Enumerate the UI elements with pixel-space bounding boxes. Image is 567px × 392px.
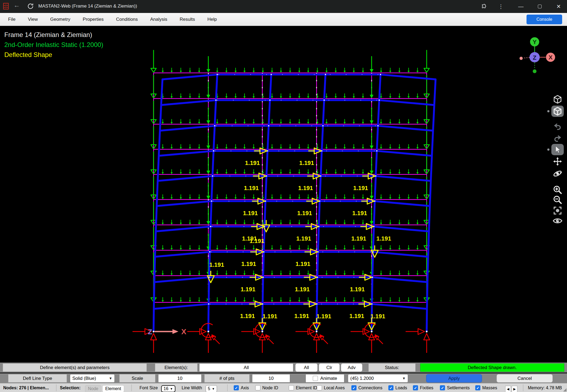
chevron-down-icon: ▼ (402, 376, 406, 380)
line-width-value: 5 (208, 386, 210, 391)
solid-cube-icon[interactable] (551, 106, 564, 117)
define-elements-button[interactable]: Define element(s) and parameters (3, 363, 147, 372)
menu-properties[interactable]: Properties (83, 17, 104, 22)
toggle-element-id[interactable]: Element ID (289, 385, 317, 390)
checkbox-icon[interactable]: ✓ (413, 385, 418, 390)
menu-file[interactable]: File (8, 17, 15, 22)
checkbox-icon[interactable]: ✓ (440, 385, 445, 390)
toggle-settlements[interactable]: ✓Settlements (440, 385, 470, 390)
svg-text:1.191: 1.191 (376, 235, 391, 242)
svg-text:1.191: 1.191 (240, 313, 255, 319)
animate-checkbox[interactable]: Animate (305, 374, 344, 383)
toggle-loads[interactable]: ✓Loads (388, 385, 407, 390)
back-arrow-icon[interactable]: ← (13, 1, 20, 9)
svg-text:1.191: 1.191 (244, 185, 259, 191)
redo-icon[interactable] (551, 133, 564, 144)
svg-text:Z: Z (533, 54, 536, 61)
chevron-down-icon: ▼ (109, 376, 112, 380)
menu-conditions[interactable]: Conditions (116, 17, 138, 22)
menu-view[interactable]: View (28, 17, 38, 22)
defl-line-type-value: Solid (Blue) (72, 376, 96, 381)
svg-text:1.191: 1.191 (316, 313, 331, 320)
scale-input[interactable]: 10 (158, 374, 202, 383)
elements-label: Element(s): (155, 363, 198, 372)
visibility-icon[interactable] (551, 215, 564, 227)
select-node-button[interactable]: Node (85, 385, 101, 392)
svg-text:1.191: 1.191 (351, 235, 366, 242)
status-label: Status: (368, 363, 416, 372)
font-size-select[interactable]: 16▼ (161, 385, 175, 392)
menu-bar: FileViewGeometryPropertiesConditionsAnal… (0, 13, 567, 26)
checkbox-icon[interactable]: ✓ (388, 385, 393, 390)
menu-items: FileViewGeometryPropertiesConditionsAnal… (0, 17, 217, 22)
cancel-button[interactable]: Cancel (497, 374, 553, 383)
nodes-count: Nodes: 276 | Elemen... (3, 383, 49, 392)
svg-text:Y: Y (533, 39, 537, 45)
select-cursor-icon[interactable] (551, 144, 564, 155)
toggle-connections[interactable]: ✓Connections (351, 385, 382, 390)
clr-button[interactable]: Clr (319, 363, 340, 372)
menu-analysis[interactable]: Analysis (150, 17, 167, 22)
elements-input[interactable]: All (199, 363, 293, 372)
app-logo-icon (3, 2, 9, 11)
all-button[interactable]: All (295, 363, 318, 372)
orbit-icon[interactable] (551, 168, 564, 179)
close-button[interactable]: ✕ (552, 0, 565, 13)
console-button[interactable]: Console (527, 15, 562, 24)
toggle-label: Node ID (262, 386, 278, 390)
svg-text:1.191: 1.191 (245, 160, 260, 166)
toggle-label: Masses (482, 386, 497, 390)
apply-button[interactable]: Apply (426, 374, 482, 383)
line-width-select[interactable]: 5▼ (206, 385, 217, 392)
resize-handle[interactable] (563, 388, 566, 391)
toggle-local-axes[interactable]: Local Axes (317, 385, 345, 390)
undo-icon[interactable] (551, 121, 564, 132)
svg-text:1.191: 1.191 (370, 313, 385, 320)
analysis-type-label: 2nd-Order Inelastic Static (1.2000) (4, 40, 103, 50)
svg-text:1.191: 1.191 (350, 286, 365, 293)
checkbox-icon[interactable]: ✓ (351, 385, 357, 390)
window-title: MASTAN2-Web (Frame 14 (Ziemian & Ziemian… (38, 4, 137, 9)
display-panel-row: Defl Line Type Solid (Blue)▼ Scale 10 # … (0, 373, 567, 383)
zoom-fit-icon[interactable] (551, 205, 564, 216)
defl-line-type-label: Defl Line Type (8, 374, 67, 383)
checkbox-icon[interactable]: ✓ (234, 385, 239, 390)
reload-icon[interactable] (27, 3, 34, 11)
select-element-button[interactable]: Element (102, 385, 124, 392)
menu-results[interactable]: Results (180, 17, 195, 22)
svg-text:1.191: 1.191 (352, 210, 367, 217)
toggle-fixities[interactable]: ✓Fixities (413, 385, 433, 390)
defl-line-type-select[interactable]: Solid (Blue)▼ (70, 374, 115, 383)
num-pts-input[interactable]: 10 (252, 374, 290, 383)
zoom-in-icon[interactable] (551, 184, 564, 195)
memory-indicator: Memory: 4.78 MB (528, 383, 562, 392)
pan-icon[interactable] (551, 156, 564, 167)
wireframe-cube-icon[interactable] (551, 94, 564, 105)
increment-select[interactable]: (45) 1.2000▼ (348, 374, 408, 383)
svg-text:1.191: 1.191 (297, 210, 312, 217)
animate-checkbox-box[interactable] (313, 376, 318, 381)
minimize-button[interactable]: — (514, 0, 528, 13)
extensions-icon[interactable] (479, 0, 489, 13)
maximize-button[interactable] (533, 0, 546, 13)
canvas-overlay-text: Frame 14 (Ziemian & Ziemian) 2nd-Order I… (4, 30, 103, 60)
menu-help[interactable]: Help (207, 17, 217, 22)
svg-text:1.191: 1.191 (299, 160, 314, 166)
checkbox-icon[interactable]: ✓ (475, 385, 480, 390)
checkbox-icon[interactable] (289, 385, 294, 390)
toggle-label: Fixities (420, 386, 433, 390)
toggle-axis[interactable]: ✓Axis (234, 385, 249, 390)
zoom-out-icon[interactable] (551, 194, 564, 205)
model-canvas[interactable]: 1.1911.1911.1911.1911.1911.1911.1911.191… (0, 26, 567, 363)
toggle-masses[interactable]: ✓Masses (475, 385, 497, 390)
toggle-node-id[interactable]: Node ID (255, 385, 278, 390)
menu-geometry[interactable]: Geometry (50, 17, 70, 22)
svg-text:1.191: 1.191 (243, 210, 258, 217)
font-size-label: Font Size (140, 383, 158, 392)
adv-button[interactable]: Adv (341, 363, 362, 372)
checkbox-icon[interactable] (255, 385, 260, 390)
toggles-next-button[interactable]: ▶ (512, 386, 517, 392)
checkbox-icon[interactable] (317, 385, 322, 390)
browser-menu-icon[interactable]: ⋮ (497, 0, 505, 13)
toggles-prev-button[interactable]: ◀ (505, 386, 511, 392)
